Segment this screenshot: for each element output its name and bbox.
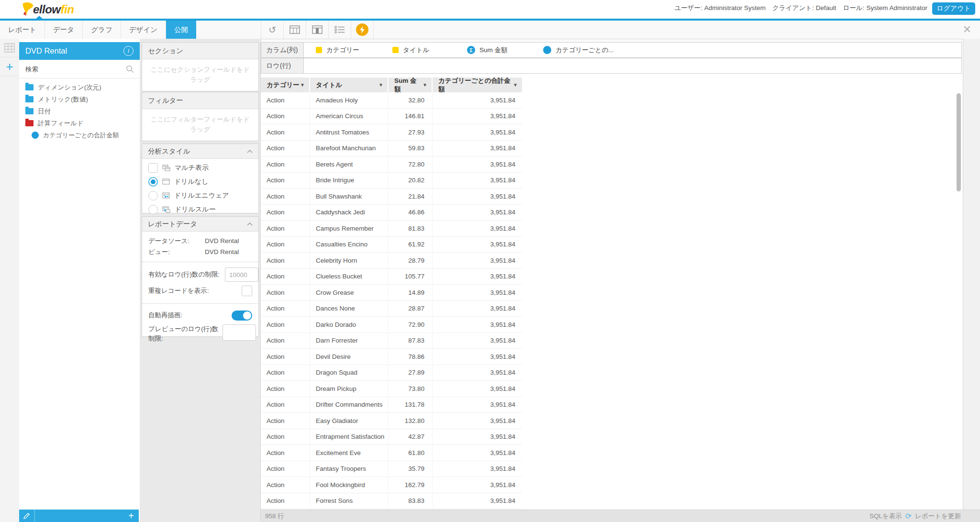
table-row[interactable]: Action Amadeus Holy 32.80 3,951.84	[261, 92, 522, 109]
close-builder-button[interactable]: ✕	[958, 21, 976, 39]
radio-selected[interactable]	[148, 177, 158, 187]
table-row[interactable]: Action American Circus 146.81 3,951.84	[261, 109, 522, 125]
radio-unselected[interactable]	[148, 205, 158, 214]
tab-design[interactable]: デザイン	[121, 21, 166, 39]
columns-drop-row: カラム(列) カテゴリー タイトル ΣSum 金額 カテゴリーごとの...	[261, 42, 962, 58]
cell-category: Action	[261, 189, 310, 204]
table-row[interactable]: Action Fool Mockingbird 162.79 3,951.84	[261, 477, 522, 493]
table-row[interactable]: Action Bull Shawshank 21.84 3,951.84	[261, 189, 522, 205]
table-row[interactable]: Action Celebrity Horn 28.79 3,951.84	[261, 253, 522, 269]
table-row[interactable]: Action Forrest Sons 83.83 3,951.84	[261, 493, 522, 510]
table-row[interactable]: Action Fantasy Troopers 35.79 3,951.84	[261, 461, 522, 478]
edit-fields-button[interactable]	[19, 510, 35, 522]
columns-chip-area[interactable]: カテゴリー タイトル ΣSum 金額 カテゴリーごとの...	[304, 42, 962, 58]
table-row[interactable]: Action Dream Pickup 73.80 3,951.84	[261, 381, 522, 397]
table-row[interactable]: Action Darko Dorado 72.90 3,951.84	[261, 317, 522, 333]
table-row[interactable]: Action Darn Forrester 87.83 3,951.84	[261, 333, 522, 349]
chip-category[interactable]: カテゴリー	[316, 46, 388, 55]
column-header-title[interactable]: タイトル▼	[310, 78, 388, 92]
table-row[interactable]: Action Entrapment Satisfaction 42.87 3,9…	[261, 429, 522, 445]
active-nav-notch	[35, 16, 43, 19]
plus-icon: +	[128, 511, 134, 522]
table-row[interactable]: Action Casualties Encino 61.92 3,951.84	[261, 237, 522, 253]
undo-button[interactable]: ↻	[261, 21, 283, 39]
option-drill-through[interactable]: ドリルスルー	[142, 202, 258, 216]
tree-folder-calculated-fields[interactable]: 計算フィールド	[19, 117, 140, 129]
table-row[interactable]: Action Excitement Eve 61.80 3,951.84	[261, 445, 522, 461]
table-row[interactable]: Action Crow Grease 14.89 3,951.84	[261, 285, 522, 301]
column-header-sum-amount[interactable]: Sum 金額▼	[389, 78, 432, 92]
column-header-category[interactable]: カテゴリー▼	[261, 78, 309, 92]
table-row[interactable]: Action Caddyshack Jedi 46.86 3,951.84	[261, 205, 522, 221]
rows-label: ロウ(行)	[261, 58, 304, 74]
dimension-yellow-square-icon	[316, 47, 322, 53]
table-row[interactable]: Action Devil Desire 78.86 3,951.84	[261, 349, 522, 365]
table-row[interactable]: Action Dragon Squad 27.89 3,951.84	[261, 365, 522, 381]
auto-run-button[interactable]	[351, 21, 374, 39]
tree-folder-dimensions[interactable]: ディメンション(次元)	[19, 81, 140, 93]
cell-title: Entrapment Satisfaction	[310, 429, 389, 445]
search-input[interactable]	[19, 65, 122, 73]
column-header-category-total[interactable]: カテゴリーごとの合計金額▼	[433, 78, 522, 92]
refresh-report-link[interactable]: レポートを更新	[915, 512, 961, 521]
folder-icon	[25, 120, 33, 126]
chip-title[interactable]: タイトル	[392, 46, 465, 55]
report-data-header[interactable]: レポートデータ	[142, 217, 258, 232]
tab-chart[interactable]: グラフ	[83, 21, 121, 39]
option-drill-none[interactable]: ドリルなし	[142, 175, 258, 189]
preview-limit-input[interactable]	[223, 324, 256, 341]
cell-amount: 42.87	[389, 429, 433, 445]
plus-icon: +	[6, 60, 13, 73]
row-limit-input[interactable]	[225, 267, 258, 282]
list-icon	[334, 26, 345, 33]
cell-category: Action	[261, 173, 310, 189]
option-multi-display[interactable]: マルチ表示	[142, 161, 258, 175]
left-icon-rail: +	[0, 39, 20, 522]
cell-total: 3,951.84	[433, 156, 522, 172]
refresh-icon[interactable]: ⟳	[905, 512, 912, 520]
autoredraw-toggle-on[interactable]	[232, 311, 252, 321]
table-row[interactable]: Action Barefoot Manchurian 59.83 3,951.8…	[261, 141, 522, 157]
tree-folder-dates[interactable]: 日付	[19, 105, 140, 117]
tab-publish[interactable]: 公開	[166, 21, 196, 39]
table-row[interactable]: Action Easy Gladiator 132.80 3,951.84	[261, 413, 522, 429]
list-view-button[interactable]	[328, 21, 351, 39]
chip-sum-amount[interactable]: ΣSum 金額	[467, 46, 539, 55]
table-row[interactable]: Action Bride Intrigue 20.82 3,951.84	[261, 173, 522, 189]
cell-amount: 27.93	[389, 124, 433, 140]
cell-title: Easy Gladiator	[310, 413, 389, 429]
table-freeze-column-button[interactable]	[306, 21, 328, 39]
analysis-style-header[interactable]: 分析スタイル	[142, 144, 258, 159]
drill-through-icon	[162, 206, 170, 213]
table-row[interactable]: Action Drifter Commandments 131.78 3,951…	[261, 397, 522, 413]
info-icon[interactable]: i	[123, 46, 134, 56]
rows-chip-area[interactable]	[304, 58, 962, 74]
vertical-scrollbar-thumb[interactable]	[957, 93, 961, 191]
add-panel-button[interactable]: +	[0, 57, 19, 76]
table-row[interactable]: Action Campus Remember 81.83 3,951.84	[261, 221, 522, 237]
tree-field-category-total[interactable]: カテゴリーごとの合計金額	[19, 129, 140, 141]
option-drill-anywhere[interactable]: ドリルエニウェア	[142, 189, 258, 202]
logout-button[interactable]: ログアウト	[932, 2, 975, 15]
client-field: クライアント:Default	[772, 4, 836, 12]
cell-category: Action	[261, 349, 310, 365]
tree-folder-metrics[interactable]: メトリック(数値)	[19, 93, 140, 105]
checkbox-unchecked[interactable]	[148, 163, 158, 173]
table-row[interactable]: Action Berets Agent 72.80 3,951.84	[261, 156, 522, 173]
filter-dropzone[interactable]: ここにフィルターフィールドをドラッグ	[142, 109, 258, 141]
field-tree: ディメンション(次元) メトリック(数値) 日付 計算フィールド カテゴリーごと…	[19, 81, 140, 141]
add-field-button[interactable]: +	[123, 510, 139, 522]
cell-title: Campus Remember	[310, 221, 389, 236]
grid-view-button[interactable]	[0, 39, 19, 57]
table-row[interactable]: Action Clueless Bucket 105.77 3,951.84	[261, 269, 522, 285]
radio-unselected[interactable]	[148, 191, 158, 200]
tab-report[interactable]: レポート	[0, 21, 45, 39]
duplicates-checkbox[interactable]	[242, 286, 252, 296]
tab-data[interactable]: データ	[45, 21, 83, 39]
show-sql-link[interactable]: SQLを表示	[869, 512, 902, 521]
table-columns-button[interactable]	[283, 21, 306, 39]
table-row[interactable]: Action Antitrust Tomatoes 27.93 3,951.84	[261, 124, 522, 141]
chip-category-total[interactable]: カテゴリーごとの...	[543, 46, 615, 55]
table-row[interactable]: Action Dances None 28.87 3,951.84	[261, 301, 522, 317]
section-dropzone[interactable]: ここにセクションフィールドをドラッグ	[142, 59, 258, 91]
